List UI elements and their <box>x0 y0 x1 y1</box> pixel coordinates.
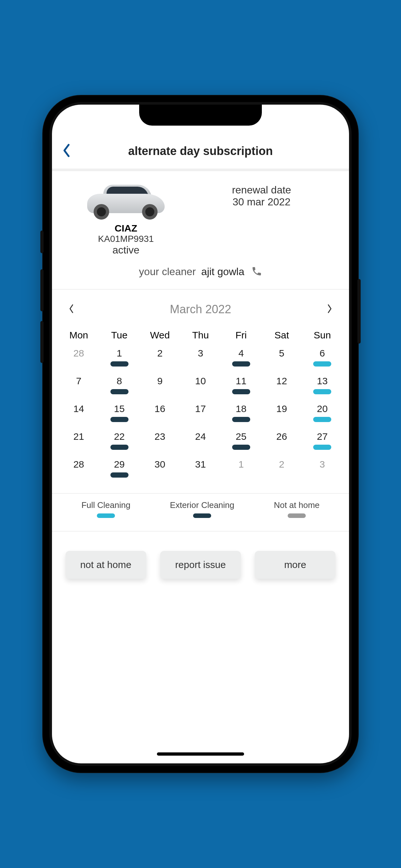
legend-label-full: Full Cleaning <box>81 500 130 510</box>
day-number: 5 <box>261 348 302 359</box>
calendar-day[interactable]: 15 <box>99 400 140 428</box>
calendar-day[interactable]: 29 <box>99 456 140 484</box>
legend-exterior-cleaning: Exterior Cleaning <box>170 500 234 518</box>
full-pill-icon <box>313 445 331 450</box>
full-pill-icon <box>313 417 331 422</box>
car-image <box>84 181 168 220</box>
calendar-day[interactable]: 6 <box>302 345 343 372</box>
calendar-day[interactable]: 5 <box>261 345 302 372</box>
day-number: 28 <box>58 348 99 359</box>
cleaner-row: your cleaner ajit gowla <box>52 259 349 290</box>
calendar-day[interactable]: 24 <box>180 428 221 456</box>
day-number: 30 <box>140 459 180 470</box>
legend-not-at-home: Not at home <box>274 500 320 518</box>
ext-pill-icon <box>232 417 250 422</box>
legend-label-not-at-home: Not at home <box>274 500 320 510</box>
day-number: 11 <box>221 376 261 386</box>
day-number: 19 <box>261 403 302 414</box>
calendar-day[interactable]: 12 <box>261 372 302 400</box>
ext-pill-icon <box>111 445 128 450</box>
next-month-icon[interactable] <box>327 304 333 315</box>
action-buttons: not at home report issue more <box>52 531 349 598</box>
ext-pill-icon <box>111 472 128 477</box>
app-header: alternate day subscription <box>52 137 349 170</box>
calendar-day[interactable]: 20 <box>302 400 343 428</box>
not-at-home-pill-icon <box>288 514 306 518</box>
calendar-day[interactable]: 2 <box>140 345 180 372</box>
calendar-day[interactable]: 1 <box>99 345 140 372</box>
legend-full-cleaning: Full Cleaning <box>81 500 130 518</box>
full-cleaning-pill-icon <box>97 514 115 518</box>
calendar-day[interactable]: 4 <box>221 345 261 372</box>
calendar-header: Wed <box>140 326 180 345</box>
subscription-info: CIAZ KA01MP9931 active renewal date 30 m… <box>52 170 349 259</box>
day-number: 1 <box>99 348 140 359</box>
car-plate: KA01MP9931 <box>98 234 154 244</box>
calendar-header: Mon <box>58 326 99 345</box>
legend: Full Cleaning Exterior Cleaning Not at h… <box>52 493 349 531</box>
calendar-day[interactable]: 1 <box>221 456 261 484</box>
day-number: 2 <box>261 459 302 470</box>
day-number: 20 <box>302 403 343 414</box>
calendar-header: Sun <box>302 326 343 345</box>
legend-label-exterior: Exterior Cleaning <box>170 500 234 510</box>
day-number: 29 <box>99 459 140 470</box>
calendar-day[interactable]: 25 <box>221 428 261 456</box>
day-number: 17 <box>180 403 221 414</box>
calendar-day[interactable]: 2 <box>261 456 302 484</box>
calendar-day[interactable]: 21 <box>58 428 99 456</box>
ext-pill-icon <box>111 417 128 422</box>
calendar-day[interactable]: 26 <box>261 428 302 456</box>
calendar-header: Thu <box>180 326 221 345</box>
calendar-day[interactable]: 28 <box>58 345 99 372</box>
calendar-day[interactable]: 11 <box>221 372 261 400</box>
calendar-day[interactable]: 18 <box>221 400 261 428</box>
calendar-day[interactable]: 14 <box>58 400 99 428</box>
exterior-cleaning-pill-icon <box>193 514 211 518</box>
car-model: CIAZ <box>115 223 137 234</box>
calendar-header: Sat <box>261 326 302 345</box>
subscription-status: active <box>112 244 140 256</box>
page-title: alternate day subscription <box>62 144 339 158</box>
calendar-day[interactable]: 28 <box>58 456 99 484</box>
not-at-home-button[interactable]: not at home <box>66 551 146 579</box>
home-indicator[interactable] <box>157 752 244 755</box>
calendar-day[interactable]: 3 <box>302 456 343 484</box>
phone-icon[interactable] <box>251 266 262 279</box>
calendar-day[interactable]: 9 <box>140 372 180 400</box>
day-number: 6 <box>302 348 343 359</box>
day-number: 1 <box>221 459 261 470</box>
report-issue-button[interactable]: report issue <box>160 551 241 579</box>
day-number: 22 <box>99 431 140 442</box>
day-number: 26 <box>261 431 302 442</box>
calendar-day[interactable]: 23 <box>140 428 180 456</box>
renewal-label: renewal date <box>187 184 336 196</box>
calendar-day[interactable]: 27 <box>302 428 343 456</box>
day-number: 15 <box>99 403 140 414</box>
calendar-day[interactable]: 19 <box>261 400 302 428</box>
day-number: 31 <box>180 459 221 470</box>
prev-month-icon[interactable] <box>68 304 74 315</box>
calendar-day[interactable]: 22 <box>99 428 140 456</box>
day-number: 13 <box>302 376 343 386</box>
calendar: MonTueWedThuFriSatSun 281234567891011121… <box>52 322 349 493</box>
ext-pill-icon <box>111 361 128 367</box>
calendar-day[interactable]: 17 <box>180 400 221 428</box>
calendar-day[interactable]: 16 <box>140 400 180 428</box>
calendar-day[interactable]: 30 <box>140 456 180 484</box>
cleaner-name: ajit gowla <box>201 266 244 277</box>
day-number: 14 <box>58 403 99 414</box>
ext-pill-icon <box>111 389 128 394</box>
full-pill-icon <box>313 389 331 394</box>
day-number: 9 <box>140 376 180 386</box>
calendar-day[interactable]: 13 <box>302 372 343 400</box>
calendar-day[interactable]: 10 <box>180 372 221 400</box>
calendar-header: Fri <box>221 326 261 345</box>
calendar-day[interactable]: 7 <box>58 372 99 400</box>
day-number: 2 <box>140 348 180 359</box>
more-button[interactable]: more <box>255 551 335 579</box>
calendar-day[interactable]: 3 <box>180 345 221 372</box>
calendar-day[interactable]: 8 <box>99 372 140 400</box>
cleaner-label: your cleaner <box>139 266 196 277</box>
calendar-day[interactable]: 31 <box>180 456 221 484</box>
